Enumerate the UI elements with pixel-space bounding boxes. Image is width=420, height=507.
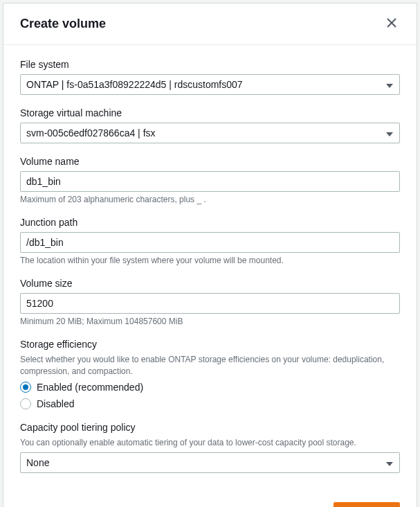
cancel-button[interactable]: Cancel: [266, 503, 325, 507]
volume-size-input[interactable]: [20, 293, 400, 314]
close-icon: [386, 17, 397, 31]
modal-footer: Cancel Confirm: [3, 491, 417, 507]
junction-path-label: Junction path: [20, 217, 400, 228]
create-volume-modal: Create volume File system ONTAP | fs-0a5…: [3, 3, 417, 507]
junction-path-hint: The location within your file system whe…: [20, 256, 400, 265]
volume-name-group: Volume name Maximum of 203 alphanumeric …: [20, 156, 400, 204]
modal-header: Create volume: [3, 3, 417, 45]
confirm-button[interactable]: Confirm: [334, 502, 400, 507]
junction-path-group: Junction path The location within your f…: [20, 217, 400, 265]
storage-efficiency-label: Storage efficiency: [20, 339, 400, 350]
storage-efficiency-radio-group: Enabled (recommended) Disabled: [20, 382, 400, 409]
radio-enabled-label: Enabled (recommended): [37, 382, 143, 393]
svm-label: Storage virtual machine: [20, 107, 400, 118]
radio-icon-checked: [20, 382, 31, 393]
radio-disabled-label: Disabled: [37, 398, 74, 409]
svm-group: Storage virtual machine svm-005c6edf0278…: [20, 107, 400, 143]
volume-name-label: Volume name: [20, 156, 400, 167]
modal-body: File system ONTAP | fs-0a51a3f08922224d5…: [3, 45, 417, 491]
tiering-policy-value[interactable]: None: [20, 452, 400, 473]
volume-size-label: Volume size: [20, 278, 400, 289]
volume-name-input[interactable]: [20, 171, 400, 192]
tiering-policy-select[interactable]: None: [20, 452, 400, 473]
modal-title: Create volume: [20, 17, 106, 31]
tiering-policy-group: Capacity pool tiering policy You can opt…: [20, 422, 400, 474]
radio-enabled[interactable]: Enabled (recommended): [20, 382, 400, 393]
storage-efficiency-description: Select whether you would like to enable …: [20, 354, 400, 377]
svm-select[interactable]: svm-005c6edf027866ca4 | fsx: [20, 123, 400, 143]
radio-icon-unchecked: [20, 398, 31, 409]
close-button[interactable]: [383, 15, 400, 33]
tiering-policy-label: Capacity pool tiering policy: [20, 422, 400, 433]
tiering-policy-description: You can optionally enable automatic tier…: [20, 437, 400, 449]
file-system-value[interactable]: ONTAP | fs-0a51a3f08922224d5 | rdscustom…: [20, 74, 400, 95]
file-system-label: File system: [20, 59, 400, 70]
volume-size-group: Volume size Minimum 20 MiB; Maximum 1048…: [20, 278, 400, 326]
file-system-select[interactable]: ONTAP | fs-0a51a3f08922224d5 | rdscustom…: [20, 74, 400, 95]
radio-disabled[interactable]: Disabled: [20, 398, 400, 409]
svm-value[interactable]: svm-005c6edf027866ca4 | fsx: [20, 123, 400, 143]
file-system-group: File system ONTAP | fs-0a51a3f08922224d5…: [20, 59, 400, 95]
storage-efficiency-group: Storage efficiency Select whether you wo…: [20, 339, 400, 409]
volume-name-hint: Maximum of 203 alphanumeric characters, …: [20, 195, 400, 204]
volume-size-hint: Minimum 20 MiB; Maximum 104857600 MiB: [20, 317, 400, 326]
junction-path-input[interactable]: [20, 232, 400, 253]
